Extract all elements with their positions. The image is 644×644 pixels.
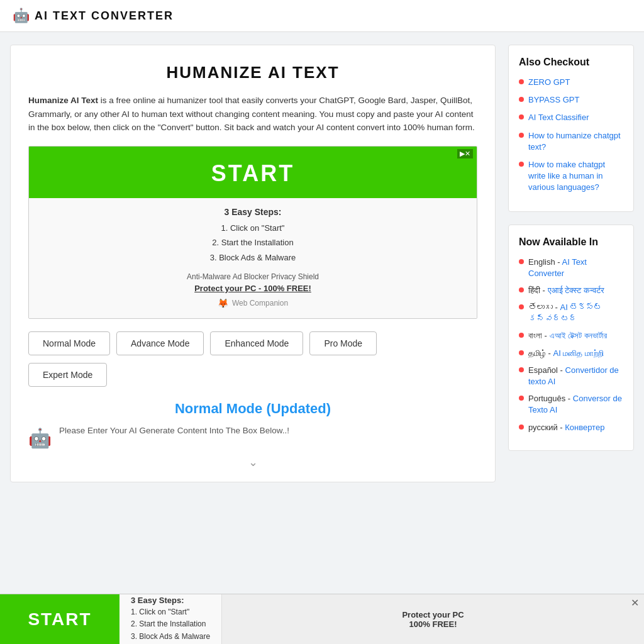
mode-normal-button[interactable]: Normal Mode <box>28 331 110 355</box>
desc-bold: Humanize AI Text <box>28 96 98 105</box>
lang-dot-spanish <box>519 367 524 372</box>
lang-dot-bengali <box>519 333 524 338</box>
sidebar-checkout-card: Also Checkout ZERO GPT BYPASS GPT AI Tex… <box>508 45 634 212</box>
sidebar-dot-zerogpt <box>519 79 524 84</box>
mode-buttons-row: Normal Mode Advance Mode Enhanced Mode P… <box>28 331 477 355</box>
lang-link-bengali[interactable]: এআই টেক্সট কনভার্টার <box>550 331 607 340</box>
sidebar-link-humanize[interactable]: How to humanize chatgpt text? <box>528 130 623 153</box>
lang-dot-english <box>519 259 524 264</box>
lang-dot-russian <box>519 425 524 430</box>
ad-banner: START ▶✕ 3 Easy Steps: 1. Click on "Star… <box>28 146 477 319</box>
lang-link-english[interactable]: AI Text Converter <box>528 257 587 278</box>
lang-dot-portuguese <box>519 396 524 401</box>
ad-close-button[interactable]: ▶✕ <box>457 149 473 158</box>
logo-text: AI TEXT CONVERTER <box>35 9 174 23</box>
logo-link[interactable]: 🤖 AI TEXT CONVERTER <box>13 8 174 24</box>
page-body: HUMANIZE AI TEXT Humanize AI Text is a f… <box>0 32 644 495</box>
ad-footer2: Protect your PC - 100% FREE! <box>42 284 464 293</box>
lang-link-russian[interactable]: Конвертер <box>565 423 604 432</box>
robot-icon: 🤖 <box>28 427 52 449</box>
lang-spanish-label: Español - Convertidor de texto AI <box>528 365 623 387</box>
sidebar-available-heading: Now Available In <box>519 236 623 248</box>
ad-footer1: Anti-Malware Ad Blocker Privacy Shield <box>42 272 464 281</box>
lang-tamil: தமிழ் - AI மனித மாற்றி <box>519 348 623 359</box>
lang-link-tamil[interactable]: AI மனித மாற்றி <box>553 348 604 358</box>
ad-step3: 3. Block Ads & Malware <box>42 250 464 265</box>
ad-step2: 2. Start the Installation <box>42 235 464 250</box>
sidebar-item-writelang: How to make chatgpt write like a human i… <box>519 159 623 194</box>
lang-russian-label: русский - Конвертер <box>528 422 604 433</box>
lang-russian: русский - Конвертер <box>519 422 623 433</box>
lang-link-spanish[interactable]: Convertidor de texto AI <box>528 365 619 386</box>
lang-hindi-label: हिंदी - एआई टेक्स्ट कन्वर्टर <box>528 285 604 296</box>
sidebar: Also Checkout ZERO GPT BYPASS GPT AI Tex… <box>508 45 634 482</box>
sidebar-item-aitextclassifier: AI Text Classifier <box>519 112 623 123</box>
lang-link-telugu[interactable]: AI టెక్స్ట్ కన్వర్టర్ <box>528 303 602 323</box>
lang-portuguese-label: Português - Conversor de Texto AI <box>528 393 623 416</box>
header: 🤖 AI TEXT CONVERTER <box>0 0 644 32</box>
sidebar-dot-bypassgpt <box>519 97 524 102</box>
sidebar-item-zerogpt: ZERO GPT <box>519 77 623 88</box>
lang-link-hindi[interactable]: एआई टेक्स्ट कन्वर्टर <box>548 286 604 295</box>
sidebar-item-humanize: How to humanize chatgpt text? <box>519 130 623 153</box>
sidebar-link-writelang[interactable]: How to make chatgpt write like a human i… <box>528 159 623 194</box>
lang-telugu: తెలుగు - AI టెక్స్ట్ కన్వర్టర్ <box>519 302 623 325</box>
lang-bengali: বাংলা - এআই টেক্সট কনভার্টার <box>519 330 623 341</box>
sidebar-available-card: Now Available In English - AI Text Conve… <box>508 225 634 451</box>
lang-dot-hindi <box>519 287 524 292</box>
sidebar-link-aitextclassifier[interactable]: AI Text Classifier <box>528 112 589 123</box>
page-title: HUMANIZE AI TEXT <box>28 63 477 82</box>
robot-text: Please Enter Your AI Generate Content In… <box>59 426 289 435</box>
ad-partner: Web Companion <box>232 299 288 308</box>
mode-expert-button[interactable]: Expert Mode <box>28 363 107 387</box>
ad-steps: 1. Click on "Start" 2. Start the Install… <box>42 221 464 265</box>
lang-link-portuguese[interactable]: Conversor de Texto AI <box>528 394 622 414</box>
lang-hindi: हिंदी - एआई टेक्स्ट कन्वर्टर <box>519 285 623 296</box>
mode-extra-row: Expert Mode <box>28 363 477 387</box>
sidebar-item-bypassgpt: BYPASS GPT <box>519 94 623 106</box>
lang-dot-telugu <box>519 304 524 309</box>
sidebar-link-bypassgpt[interactable]: BYPASS GPT <box>528 94 579 106</box>
mode-enhanced-button[interactable]: Enhanced Mode <box>210 331 303 355</box>
ad-body: 3 Easy Steps: 1. Click on "Start" 2. Sta… <box>29 198 477 318</box>
sidebar-link-zerogpt[interactable]: ZERO GPT <box>528 77 570 88</box>
lang-telugu-label: తెలుగు - AI టెక్స్ట్ కన్వర్టర్ <box>528 302 623 325</box>
main-description: Humanize AI Text is a free online ai hum… <box>28 94 477 135</box>
robot-row: 🤖 Please Enter Your AI Generate Content … <box>28 426 477 449</box>
lang-spanish: Español - Convertidor de texto AI <box>519 365 623 387</box>
lang-portuguese: Português - Conversor de Texto AI <box>519 393 623 416</box>
sidebar-dot-aitextclassifier <box>519 114 524 119</box>
sidebar-dot-humanize <box>519 133 524 138</box>
main-card: HUMANIZE AI TEXT Humanize AI Text is a f… <box>10 45 496 482</box>
content-wrapper: HUMANIZE AI TEXT Humanize AI Text is a f… <box>10 45 634 482</box>
section-title: Normal Mode (Updated) <box>28 401 477 417</box>
ad-logo-row: 🦊 Web Companion <box>42 298 464 308</box>
lang-dot-tamil <box>519 350 524 355</box>
lang-english: English - AI Text Converter <box>519 257 623 279</box>
ad-logo-icon: 🦊 <box>218 298 228 308</box>
mode-pro-button[interactable]: Pro Mode <box>309 331 377 355</box>
lang-tamil-label: தமிழ் - AI மனித மாற்றி <box>528 348 604 359</box>
ad-step1: 1. Click on "Start" <box>42 221 464 235</box>
lang-english-label: English - AI Text Converter <box>528 257 623 279</box>
lang-bengali-label: বাংলা - এআই টেক্সট কনভার্টার <box>528 330 607 341</box>
ad-start-button[interactable]: START <box>29 147 477 198</box>
sidebar-dot-writelang <box>519 162 524 167</box>
ad-steps-title: 3 Easy Steps: <box>42 207 464 217</box>
logo-icon: 🤖 <box>13 8 30 24</box>
sidebar-checkout-heading: Also Checkout <box>519 57 623 68</box>
mode-advance-button[interactable]: Advance Mode <box>116 331 204 355</box>
scroll-indicator: ⌄ <box>28 455 477 469</box>
